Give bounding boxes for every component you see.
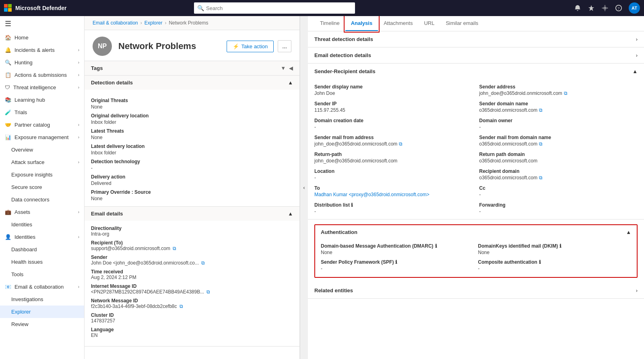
sidebar-item-dashboard[interactable]: Dashboard [0,243,84,256]
chevron-icon: › [78,285,79,289]
copy-message-id-button[interactable]: ⧉ [206,289,210,295]
threat-detection-title: Threat detection details [314,36,373,42]
email-details-header[interactable]: Email details ▲ [85,207,299,221]
field-label-sender-ip: Sender IP [314,101,473,107]
sidebar-item-identities[interactable]: 👤Identities › [0,231,84,243]
tags-header[interactable]: Tags ▼ ◀ [85,61,299,75]
tags-collapse-left[interactable]: ◀ [289,65,293,71]
sidebar-item-identities-sub[interactable]: Identities [0,218,84,231]
hamburger-menu[interactable]: ☰ [0,16,84,31]
spf-info-icon: ℹ [395,259,397,265]
user-avatar[interactable]: AT [629,2,640,14]
svg-text:?: ? [617,6,619,10]
email-details-chevron: ▲ [288,211,293,217]
det-label-latest-delivery: Latest delivery location [91,144,293,149]
take-action-icon: ⚡ [233,43,239,49]
authentication-header[interactable]: Authentication ▲ [315,225,637,239]
sidebar-item-assets[interactable]: 💼Assets › [0,206,84,218]
sidebar-item-home[interactable]: 🏠Home [0,31,84,44]
tags-section: Tags ▼ ◀ [85,61,299,76]
detail-language: Language EN [91,327,293,338]
chevron-icon: › [78,210,79,214]
detection-chevron: ▲ [288,80,293,86]
sidebar-item-review[interactable]: Review [0,318,84,330]
sidebar-item-learning[interactable]: 📚Learning hub [0,94,84,106]
auth-label-composite: Composite authentication ℹ [478,259,632,265]
notifications-icon[interactable] [574,4,581,12]
breadcrumb-email-collab[interactable]: Email & collaboration [93,20,138,26]
sidebar-item-incidents[interactable]: 🔔Incidents & alerts › [0,44,84,56]
field-label-cc: Cc [479,185,638,191]
breadcrumb-explorer[interactable]: Explorer [144,20,163,26]
app-logo-icon [4,4,12,12]
sidebar-item-hunting[interactable]: 🔍Hunting › [0,56,84,69]
det-label-detection-tech: Detection technology [91,159,293,164]
sidebar-item-secure-score[interactable]: Secure score [0,181,84,193]
favorites-icon[interactable] [588,4,595,12]
auth-value-dkim: None [478,250,632,255]
tab-attachments[interactable]: Attachments [378,16,418,31]
field-value-sender-domain: o365droid.onmicrosoft.com ⧉ [479,107,638,113]
copy-sender-mail-from-button[interactable]: ⧉ [399,141,402,147]
help-icon[interactable]: ? [615,4,622,12]
copy-recipient-button[interactable]: ⧉ [173,246,176,251]
sidebar-item-attack-surface[interactable]: Attack surface › [0,156,84,168]
sidebar-item-health-issues[interactable]: Health issues [0,256,84,268]
email-details-section: Email details ▲ Directionality Intra-org… [85,207,299,347]
copy-sender-domain-button[interactable]: ⧉ [539,107,543,113]
sidebar-label-overview: Overview [11,147,33,153]
threat-detection-chevron: › [636,36,638,42]
search-input[interactable] [194,2,355,14]
field-recipient-domain: Recipient domain o365droid.onmicrosoft.c… [479,168,638,181]
copy-sender-mail-domain-button[interactable]: ⧉ [539,141,543,147]
sidebar-item-actions[interactable]: 📋Actions & submissions › [0,69,84,81]
more-options-button[interactable]: ... [278,40,291,52]
main-layout: ☰ 🏠Home 🔔Incidents & alerts › 🔍Hunting ›… [0,16,644,359]
settings-icon[interactable] [601,4,609,12]
sidebar-item-threat[interactable]: 🛡Threat intelligence › [0,81,84,94]
sidebar-item-overview[interactable]: Overview [0,144,84,156]
to-link[interactable]: Madhan Kumar <proxy@o365droid.onmicrosof… [314,192,429,197]
email-detection-header[interactable]: Email detection details › [308,47,644,63]
sidebar-item-partner[interactable]: 🤝Partner catalog › [0,119,84,131]
sidebar-item-trials[interactable]: 🧪Trials [0,106,84,119]
detail-value-message-id: <PN2P287MB1292C8974D6AEE74BB49AE4389B...… [91,289,293,295]
det-label-original-delivery: Original delivery location [91,113,293,119]
field-distribution-list: Distribution list ℹ - [314,202,473,214]
related-entities-header[interactable]: Related entities › [308,283,644,298]
sidebar-item-investigations[interactable]: Investigations [0,293,84,306]
field-value-recipient-domain: o365droid.onmicrosoft.com ⧉ [479,175,638,181]
sender-recipient-header[interactable]: Sender-Recipient details ▲ [308,64,644,79]
authentication-title: Authentication [321,229,357,235]
tab-analysis[interactable]: Analysis [345,16,378,31]
tags-chevron-down: ▼ [281,65,286,71]
copy-sender-button[interactable]: ⧉ [201,260,205,266]
field-location: Location - [314,168,473,181]
sidebar-item-tools[interactable]: Tools [0,268,84,281]
sidebar-label-exposure: Exposure management [14,134,68,140]
copy-network-id-button[interactable]: ⧉ [180,304,183,309]
collapse-icon: ‹ [303,185,305,191]
chevron-icon: › [78,60,79,65]
take-action-button[interactable]: ⚡ Take action [227,41,274,52]
copy-recipient-domain-button[interactable]: ⧉ [539,175,543,181]
copy-sender-address-button[interactable]: ⧉ [564,90,568,96]
field-value-domain-owner: - [479,124,638,130]
sidebar-item-data-connectors[interactable]: Data connectors [0,193,84,206]
sidebar-item-explorer[interactable]: Explorer [0,306,84,318]
tab-timeline[interactable]: Timeline [314,16,345,31]
sidebar-item-exposure-insights[interactable]: Exposure insights [0,168,84,181]
sidebar-item-email-collab[interactable]: 📧Email & collaboration › [0,281,84,293]
sidebar-label-trials: Trials [14,109,27,115]
detail-label-language: Language [91,327,293,332]
sender-recipient-fields: Sender display name John Doe Sender addr… [314,84,638,214]
detection-header[interactable]: Detection details ▲ [85,76,299,90]
chevron-icon: › [78,160,79,164]
tab-url[interactable]: URL [418,16,440,31]
threat-detection-header[interactable]: Threat detection details › [308,31,644,47]
tab-similar-emails[interactable]: Similar emails [440,16,484,31]
field-label-sender-display: Sender display name [314,84,473,90]
sidebar-item-exposure-mgmt[interactable]: 📊Exposure management › [0,131,84,144]
content-area: Email & collaboration › Explorer › Netwo… [85,16,644,359]
panel-collapse-button[interactable]: ‹ [300,16,308,359]
